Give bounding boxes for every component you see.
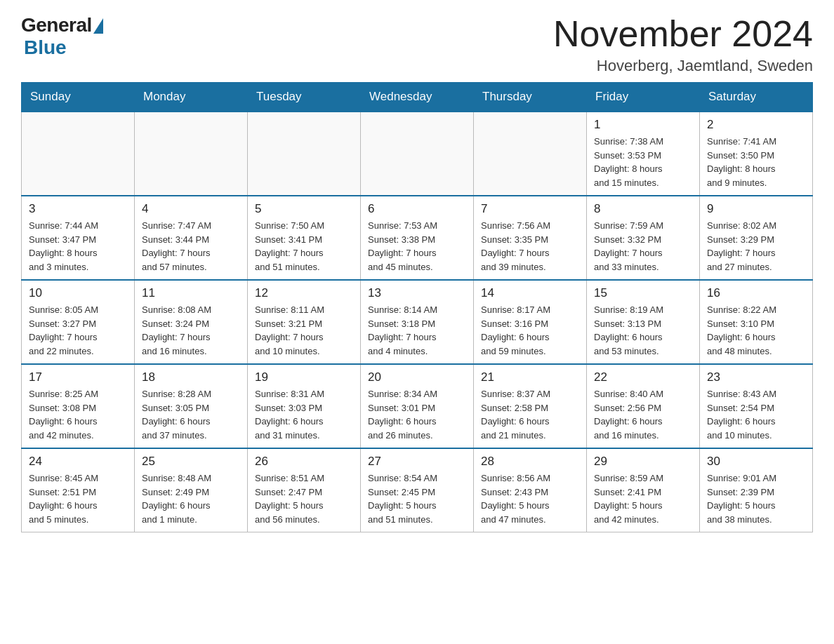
day-number: 19 bbox=[255, 370, 353, 384]
day-number: 24 bbox=[29, 455, 127, 469]
calendar-cell: 12Sunrise: 8:11 AMSunset: 3:21 PMDayligh… bbox=[248, 280, 361, 364]
day-info: Sunrise: 8:48 AMSunset: 2:49 PMDaylight:… bbox=[142, 471, 240, 526]
day-info: Sunrise: 7:41 AMSunset: 3:50 PMDaylight:… bbox=[707, 135, 805, 189]
calendar-cell: 8Sunrise: 7:59 AMSunset: 3:32 PMDaylight… bbox=[587, 196, 700, 280]
weekday-header-thursday: Thursday bbox=[474, 83, 587, 112]
day-info: Sunrise: 7:50 AMSunset: 3:41 PMDaylight:… bbox=[255, 219, 353, 274]
calendar-cell: 7Sunrise: 7:56 AMSunset: 3:35 PMDaylight… bbox=[474, 196, 587, 280]
day-info: Sunrise: 8:37 AMSunset: 2:58 PMDaylight:… bbox=[481, 387, 579, 442]
day-info: Sunrise: 8:31 AMSunset: 3:03 PMDaylight:… bbox=[255, 387, 353, 442]
calendar-cell: 4Sunrise: 7:47 AMSunset: 3:44 PMDaylight… bbox=[135, 196, 248, 280]
day-number: 12 bbox=[255, 286, 353, 300]
calendar-cell bbox=[22, 112, 135, 196]
day-number: 14 bbox=[481, 286, 579, 300]
day-number: 6 bbox=[368, 202, 466, 216]
day-number: 25 bbox=[142, 455, 240, 469]
day-info: Sunrise: 7:38 AMSunset: 3:53 PMDaylight:… bbox=[594, 135, 692, 189]
calendar-cell: 2Sunrise: 7:41 AMSunset: 3:50 PMDaylight… bbox=[700, 112, 813, 196]
day-info: Sunrise: 8:11 AMSunset: 3:21 PMDaylight:… bbox=[255, 303, 353, 358]
day-info: Sunrise: 8:45 AMSunset: 2:51 PMDaylight:… bbox=[29, 471, 127, 526]
location-subtitle: Hoverberg, Jaemtland, Sweden bbox=[553, 57, 813, 75]
day-info: Sunrise: 8:56 AMSunset: 2:43 PMDaylight:… bbox=[481, 471, 579, 526]
day-info: Sunrise: 8:02 AMSunset: 3:29 PMDaylight:… bbox=[707, 219, 805, 274]
calendar-cell: 26Sunrise: 8:51 AMSunset: 2:47 PMDayligh… bbox=[248, 448, 361, 532]
calendar-cell: 11Sunrise: 8:08 AMSunset: 3:24 PMDayligh… bbox=[135, 280, 248, 364]
calendar-cell: 25Sunrise: 8:48 AMSunset: 2:49 PMDayligh… bbox=[135, 448, 248, 532]
calendar-cell: 6Sunrise: 7:53 AMSunset: 3:38 PMDaylight… bbox=[361, 196, 474, 280]
weekday-header-wednesday: Wednesday bbox=[361, 83, 474, 112]
calendar-row-0: 1Sunrise: 7:38 AMSunset: 3:53 PMDaylight… bbox=[22, 112, 813, 196]
calendar-row-1: 3Sunrise: 7:44 AMSunset: 3:47 PMDaylight… bbox=[22, 196, 813, 280]
day-info: Sunrise: 7:56 AMSunset: 3:35 PMDaylight:… bbox=[481, 219, 579, 274]
calendar-cell: 22Sunrise: 8:40 AMSunset: 2:56 PMDayligh… bbox=[587, 364, 700, 448]
day-info: Sunrise: 8:17 AMSunset: 3:16 PMDaylight:… bbox=[481, 303, 579, 358]
day-number: 1 bbox=[594, 118, 692, 132]
day-info: Sunrise: 8:22 AMSunset: 3:10 PMDaylight:… bbox=[707, 303, 805, 358]
day-number: 20 bbox=[368, 370, 466, 384]
calendar-cell: 18Sunrise: 8:28 AMSunset: 3:05 PMDayligh… bbox=[135, 364, 248, 448]
day-number: 22 bbox=[594, 370, 692, 384]
day-info: Sunrise: 7:47 AMSunset: 3:44 PMDaylight:… bbox=[142, 219, 240, 274]
logo-triangle-icon bbox=[93, 18, 103, 34]
calendar-cell: 1Sunrise: 7:38 AMSunset: 3:53 PMDaylight… bbox=[587, 112, 700, 196]
logo-blue-text: Blue bbox=[24, 36, 67, 59]
day-number: 28 bbox=[481, 455, 579, 469]
calendar-cell: 3Sunrise: 7:44 AMSunset: 3:47 PMDaylight… bbox=[22, 196, 135, 280]
day-info: Sunrise: 7:53 AMSunset: 3:38 PMDaylight:… bbox=[368, 219, 466, 274]
weekday-header-sunday: Sunday bbox=[22, 83, 135, 112]
calendar-cell: 30Sunrise: 9:01 AMSunset: 2:39 PMDayligh… bbox=[700, 448, 813, 532]
day-info: Sunrise: 8:19 AMSunset: 3:13 PMDaylight:… bbox=[594, 303, 692, 358]
day-number: 17 bbox=[29, 370, 127, 384]
calendar-cell bbox=[361, 112, 474, 196]
page-header: General Blue November 2024 Hoverberg, Ja… bbox=[21, 14, 813, 75]
calendar-cell: 5Sunrise: 7:50 AMSunset: 3:41 PMDaylight… bbox=[248, 196, 361, 280]
day-info: Sunrise: 8:28 AMSunset: 3:05 PMDaylight:… bbox=[142, 387, 240, 442]
calendar-row-2: 10Sunrise: 8:05 AMSunset: 3:27 PMDayligh… bbox=[22, 280, 813, 364]
day-number: 13 bbox=[368, 286, 466, 300]
month-title: November 2024 bbox=[553, 14, 813, 54]
day-number: 27 bbox=[368, 455, 466, 469]
day-number: 3 bbox=[29, 202, 127, 216]
title-block: November 2024 Hoverberg, Jaemtland, Swed… bbox=[553, 14, 813, 75]
day-number: 11 bbox=[142, 286, 240, 300]
day-number: 2 bbox=[707, 118, 805, 132]
calendar-header-row: SundayMondayTuesdayWednesdayThursdayFrid… bbox=[22, 83, 813, 112]
calendar-cell: 16Sunrise: 8:22 AMSunset: 3:10 PMDayligh… bbox=[700, 280, 813, 364]
day-info: Sunrise: 8:59 AMSunset: 2:41 PMDaylight:… bbox=[594, 471, 692, 526]
day-info: Sunrise: 8:25 AMSunset: 3:08 PMDaylight:… bbox=[29, 387, 127, 442]
calendar-cell: 10Sunrise: 8:05 AMSunset: 3:27 PMDayligh… bbox=[22, 280, 135, 364]
weekday-header-tuesday: Tuesday bbox=[248, 83, 361, 112]
weekday-header-friday: Friday bbox=[587, 83, 700, 112]
day-info: Sunrise: 8:40 AMSunset: 2:56 PMDaylight:… bbox=[594, 387, 692, 442]
calendar-cell: 20Sunrise: 8:34 AMSunset: 3:01 PMDayligh… bbox=[361, 364, 474, 448]
day-number: 9 bbox=[707, 202, 805, 216]
logo-general-text: General bbox=[21, 14, 92, 36]
day-info: Sunrise: 7:44 AMSunset: 3:47 PMDaylight:… bbox=[29, 219, 127, 274]
day-info: Sunrise: 8:43 AMSunset: 2:54 PMDaylight:… bbox=[707, 387, 805, 442]
calendar-cell: 13Sunrise: 8:14 AMSunset: 3:18 PMDayligh… bbox=[361, 280, 474, 364]
day-info: Sunrise: 8:51 AMSunset: 2:47 PMDaylight:… bbox=[255, 471, 353, 526]
calendar-row-3: 17Sunrise: 8:25 AMSunset: 3:08 PMDayligh… bbox=[22, 364, 813, 448]
day-info: Sunrise: 8:08 AMSunset: 3:24 PMDaylight:… bbox=[142, 303, 240, 358]
day-number: 16 bbox=[707, 286, 805, 300]
day-number: 5 bbox=[255, 202, 353, 216]
day-number: 30 bbox=[707, 455, 805, 469]
calendar-cell: 24Sunrise: 8:45 AMSunset: 2:51 PMDayligh… bbox=[22, 448, 135, 532]
calendar-cell: 17Sunrise: 8:25 AMSunset: 3:08 PMDayligh… bbox=[22, 364, 135, 448]
calendar-cell: 19Sunrise: 8:31 AMSunset: 3:03 PMDayligh… bbox=[248, 364, 361, 448]
day-number: 29 bbox=[594, 455, 692, 469]
calendar-cell: 28Sunrise: 8:56 AMSunset: 2:43 PMDayligh… bbox=[474, 448, 587, 532]
day-info: Sunrise: 8:14 AMSunset: 3:18 PMDaylight:… bbox=[368, 303, 466, 358]
day-number: 18 bbox=[142, 370, 240, 384]
day-info: Sunrise: 9:01 AMSunset: 2:39 PMDaylight:… bbox=[707, 471, 805, 526]
calendar-cell bbox=[248, 112, 361, 196]
calendar-cell: 15Sunrise: 8:19 AMSunset: 3:13 PMDayligh… bbox=[587, 280, 700, 364]
day-info: Sunrise: 8:54 AMSunset: 2:45 PMDaylight:… bbox=[368, 471, 466, 526]
day-number: 26 bbox=[255, 455, 353, 469]
day-info: Sunrise: 7:59 AMSunset: 3:32 PMDaylight:… bbox=[594, 219, 692, 274]
calendar-cell: 9Sunrise: 8:02 AMSunset: 3:29 PMDaylight… bbox=[700, 196, 813, 280]
day-info: Sunrise: 8:05 AMSunset: 3:27 PMDaylight:… bbox=[29, 303, 127, 358]
calendar-cell bbox=[135, 112, 248, 196]
day-number: 23 bbox=[707, 370, 805, 384]
day-number: 7 bbox=[481, 202, 579, 216]
